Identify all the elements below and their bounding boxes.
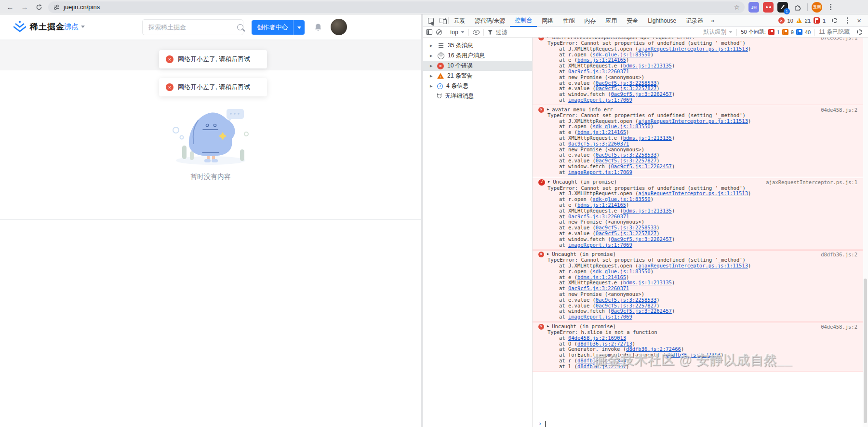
stack-source-link[interactable]: 04de458.js:2:169013	[568, 335, 626, 341]
extension-dark-icon[interactable]: 1	[777, 2, 788, 13]
stack-source-link[interactable]: bdms.js:1:214165	[577, 129, 626, 135]
browser-menu-icon[interactable]	[830, 6, 831, 8]
stack-source-link[interactable]: 0ac9cf5.js:3:2257827	[596, 230, 656, 236]
console-sidebar-item[interactable]: ▶35 条消息	[423, 40, 532, 51]
browser-profile-avatar[interactable]: 玉南	[812, 2, 822, 13]
search-input[interactable]	[143, 24, 237, 31]
stack-source-link[interactable]: ajaxRequestInterceptor.ps.js:1:11513	[638, 190, 748, 196]
disclosure-triangle-icon[interactable]: ▶	[430, 64, 434, 68]
devtools-tab-Lighthouse[interactable]: Lighthouse	[643, 14, 681, 27]
stack-source-link[interactable]: 0ac9cf5.js:3:2260371	[568, 285, 629, 291]
disclosure-triangle-icon[interactable]: ▶	[430, 84, 434, 88]
stack-source-link[interactable]: 0ac9cf5.js:3:2260371	[568, 214, 629, 219]
stack-source-link[interactable]: ajaxRequestInterceptor.ps.js:1:11513	[638, 118, 748, 124]
back-icon[interactable]: ←	[5, 2, 15, 13]
extensions-puzzle-icon[interactable]	[792, 1, 803, 13]
stack-source-link[interactable]: d8dfb36.js:2:72893	[666, 352, 721, 358]
issues-summary[interactable]: 50 个问题: 1 9 40	[741, 28, 811, 36]
disclosure-triangle-icon[interactable]: ▶	[430, 44, 434, 48]
console-scrollbar[interactable]	[863, 38, 868, 427]
stack-source-link[interactable]: d8dfb36.js:2:547	[577, 363, 626, 369]
devtools-tab-应用[interactable]: 应用	[601, 14, 622, 27]
bookmark-star-icon[interactable]: ☆	[734, 3, 740, 11]
console-settings-icon[interactable]	[854, 27, 865, 38]
scrollbar-thumb[interactable]	[864, 279, 867, 423]
devtools-tab-网络[interactable]: 网络	[537, 14, 558, 27]
stack-source-link[interactable]: ajaxRequestInterceptor.ps.js:1:11513	[638, 46, 748, 52]
console-sidebar-item[interactable]: 无详细消息	[423, 91, 532, 101]
search-icon[interactable]	[237, 24, 243, 30]
stack-source-link[interactable]: 0ac9cf5.js:3:2262457	[611, 308, 671, 314]
extension-jh-icon[interactable]: JH	[748, 2, 759, 13]
notifications-bell-icon[interactable]	[313, 23, 323, 34]
stack-source-link[interactable]: 0ac9cf5.js:3:2258533	[596, 297, 656, 303]
js-context-dropdown[interactable]: top	[450, 29, 465, 36]
forward-icon[interactable]: →	[19, 2, 30, 13]
stack-source-link[interactable]: sdk-glue.js:1:83550	[593, 268, 651, 274]
stack-source-link[interactable]: bdms.js:1:214165	[577, 202, 626, 208]
stack-source-link[interactable]: sdk-glue.js:1:83550	[593, 52, 651, 57]
stack-source-link[interactable]: 0ac9cf5.js:3:2258533	[596, 225, 656, 230]
stack-source-link[interactable]: 0ac9cf5.js:3:2258533	[596, 152, 656, 158]
stack-source-link[interactable]: sdk-glue.js:1:83550	[593, 196, 651, 202]
stack-source-link[interactable]: bdms.js:1:213135	[623, 63, 672, 68]
devtools-settings-icon[interactable]	[828, 15, 840, 27]
devtools-tab-元素[interactable]: 元素	[449, 14, 470, 27]
user-avatar[interactable]	[331, 19, 347, 35]
creator-dropdown[interactable]	[293, 20, 305, 35]
stack-source-link[interactable]: bdms.js:1:213135	[623, 280, 672, 285]
disclosure-triangle-icon[interactable]: ▶	[547, 107, 549, 113]
devtools-tab-内存[interactable]: 内存	[579, 14, 601, 27]
stack-source-link[interactable]: 0ac9cf5.js:3:2260371	[568, 141, 629, 147]
message-source-link[interactable]: d8dfb36.js:2	[821, 252, 857, 258]
stack-source-link[interactable]: d8dfb36.js:2:72466	[626, 346, 681, 352]
stack-source-link[interactable]: bdms.js:1:213135	[623, 135, 672, 141]
clear-console-icon[interactable]	[436, 29, 442, 35]
address-bar[interactable]: juejin.cn/pins ☆	[48, 1, 745, 13]
stack-source-link[interactable]: 0ac9cf5.js:3:2257827	[596, 303, 656, 308]
console-sidebar-item[interactable]: ▶!21 条警告	[423, 71, 532, 81]
more-tabs-icon[interactable]: »	[708, 17, 717, 24]
reload-icon[interactable]	[34, 2, 44, 13]
devtools-tab-记录器[interactable]: 记录器	[681, 14, 708, 27]
devtools-tab-安全[interactable]: 安全	[622, 14, 643, 27]
creator-center-button[interactable]: 创作者中心	[252, 20, 305, 35]
nav-item-pins[interactable]: 沸点	[64, 22, 85, 31]
devtools-close-icon[interactable]: ×	[855, 16, 863, 25]
stack-source-link[interactable]: 0ac9cf5.js:3:2258533	[596, 80, 656, 86]
stack-source-link[interactable]: bdms.js:1:213135	[623, 208, 672, 214]
message-source-link[interactable]: ajaxRequestInterceptor.ps.js:1	[766, 180, 857, 186]
log-level-dropdown[interactable]: 默认级别	[703, 28, 733, 36]
stack-source-link[interactable]: 0ac9cf5.js:3:2257827	[596, 85, 656, 91]
console-sidebar-toggle-icon[interactable]	[426, 29, 432, 35]
message-source-link[interactable]: 04de458.js:2	[821, 324, 857, 330]
message-source-link[interactable]: b7ce05e.js:1	[821, 38, 857, 41]
devtools-tab-控制台[interactable]: 控制台	[510, 14, 537, 27]
stack-source-link[interactable]: d8dfb36.js:2:72713	[577, 341, 632, 347]
stack-source-link[interactable]: 0ac9cf5.js:3:2262457	[611, 236, 671, 242]
juejin-logo[interactable]: 稀土掘金	[13, 21, 65, 32]
disclosure-triangle-icon[interactable]: ▶	[430, 74, 434, 78]
issues-icon[interactable]	[814, 17, 820, 24]
message-source-link[interactable]: 04de458.js:2	[821, 107, 857, 113]
extension-red-icon[interactable]	[763, 2, 774, 13]
devtools-tab-源代码/来源[interactable]: 源代码/来源	[470, 14, 510, 27]
stack-source-link[interactable]: sdk-glue.js:1:83550	[593, 123, 651, 129]
device-toolbar-icon[interactable]	[437, 15, 448, 27]
console-sidebar-item[interactable]: ▶16 条用户消息	[423, 51, 532, 61]
stack-source-link[interactable]: d8dfb36.js:2:344	[577, 358, 626, 363]
inspect-element-icon[interactable]	[425, 15, 437, 27]
stack-source-link[interactable]: imageReport.js:1:7069	[568, 169, 632, 175]
stack-source-link[interactable]: 0ac9cf5.js:3:2257827	[596, 158, 656, 163]
stack-source-link[interactable]: imageReport.js:1:7069	[568, 97, 632, 103]
filter-input[interactable]	[496, 29, 700, 36]
stack-source-link[interactable]: 0ac9cf5.js:3:2262457	[611, 163, 671, 169]
console-prompt[interactable]: ›	[533, 418, 868, 427]
stack-source-link[interactable]: ajaxRequestInterceptor.ps.js:1:11513	[638, 263, 748, 268]
stack-source-link[interactable]: 0ac9cf5.js:3:2262457	[611, 91, 671, 97]
devtools-menu-icon[interactable]	[847, 20, 848, 21]
site-settings-icon[interactable]	[53, 4, 60, 11]
stack-source-link[interactable]: 0ac9cf5.js:3:2260371	[568, 68, 629, 74]
stack-source-link[interactable]: imageReport.js:1:7069	[568, 242, 632, 248]
stack-source-link[interactable]: imageReport.js:1:7069	[568, 314, 632, 320]
